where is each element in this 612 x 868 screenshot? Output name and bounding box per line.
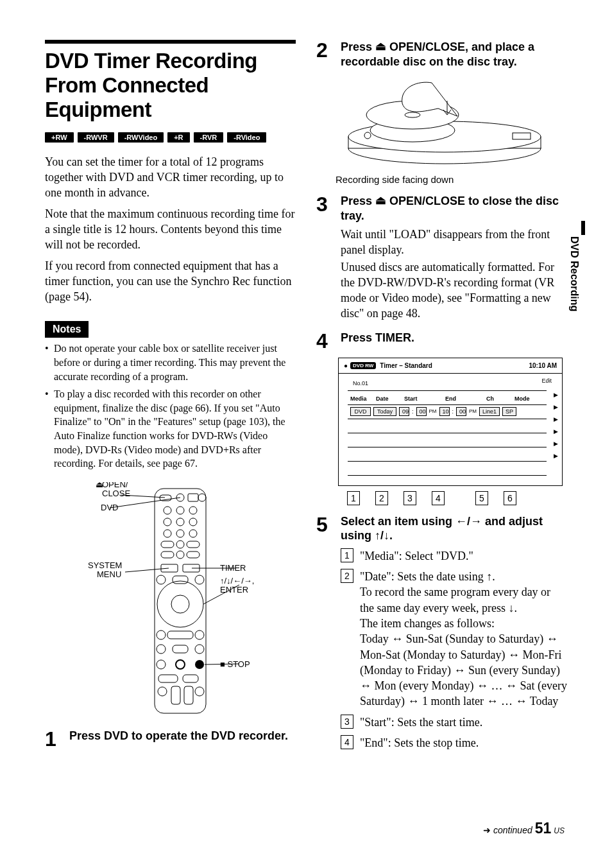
- step-number: 3: [316, 194, 341, 214]
- disc-badges: +RW -RWVR -RWVideo +R -RVR -RVideo: [45, 132, 296, 143]
- play-icon: ▶: [554, 416, 558, 422]
- continued-arrow-icon: ➜: [483, 825, 491, 835]
- note-item: •Do not operate your cable box or satell…: [45, 342, 296, 383]
- timer-no-label: No.01: [353, 380, 368, 386]
- side-tab: DVD Recording: [568, 236, 580, 311]
- callout-num: 2: [375, 491, 388, 505]
- badge: +RW: [45, 132, 74, 143]
- step5-item-2: 2 "Date": Sets the date using ↑. To reco…: [341, 569, 567, 709]
- notes-heading: Notes: [45, 321, 89, 338]
- eject-icon: ⏏: [375, 193, 386, 208]
- remote-label-dvd: DVD: [101, 503, 118, 512]
- timer-cell-start-ap: PM: [429, 408, 437, 414]
- callout-num: 3: [404, 491, 416, 505]
- page-footer: ➜ continued 51 US: [483, 820, 565, 837]
- step-text: Press: [341, 195, 375, 207]
- remote-label-stop: ■ STOP: [220, 659, 250, 669]
- item-num: 4: [341, 735, 353, 749]
- remote-label-arrows-enter: ↑/↓/←/→, ENTER: [220, 576, 257, 595]
- remote-label-timer: TIMER: [220, 563, 246, 573]
- play-icon: ▶: [554, 392, 558, 398]
- svg-point-35: [195, 660, 204, 669]
- eject-icon: ⏏: [375, 39, 386, 54]
- item-text: "Start": Sets the start time.: [360, 715, 482, 730]
- intro-para: If you record from connected equipment t…: [45, 258, 296, 305]
- intro-text: You can set the timer for a total of 12 …: [45, 154, 296, 305]
- timer-cell-end-m: 00: [456, 407, 466, 416]
- svg-text:⏏
          OPEN/
          CL: ⏏ OPEN/ CLOSE: [96, 482, 130, 498]
- timer-col: Mode: [514, 395, 536, 402]
- item-text: "Date": Sets the date using ↑. To record…: [360, 569, 567, 709]
- step-2: 2 Press ⏏ OPEN/CLOSE, and place a record…: [316, 40, 567, 69]
- step-heading: Press TIMER.: [341, 331, 567, 345]
- timer-cell-start-h: 09: [399, 407, 409, 416]
- timer-cell-date: Today: [373, 407, 396, 416]
- step-heading: Press ⏏ OPEN/CLOSE to close the disc tra…: [341, 194, 567, 223]
- page-title: DVD Timer Recording From Connected Equip…: [45, 49, 296, 122]
- step-5: 5 Select an item using ←/→ and adjust us…: [316, 514, 567, 751]
- svg-rect-55: [513, 133, 531, 139]
- page-number: 51: [535, 820, 552, 837]
- step-number: 5: [316, 514, 341, 535]
- timer-col: End: [445, 395, 486, 402]
- record-dot-icon: ●: [344, 362, 348, 369]
- step-4: 4 Press TIMER.: [316, 331, 567, 351]
- item-num: 3: [341, 715, 353, 729]
- step-subtext: Wait until "LOAD" disappears from the fr…: [341, 227, 567, 258]
- timer-col: Media: [350, 395, 376, 402]
- intro-para: You can set the timer for a total of 12 …: [45, 154, 296, 201]
- timer-cell-end-h: 10: [439, 407, 450, 416]
- step5-item-4: 4 "End": Sets the stop time.: [341, 735, 567, 751]
- step-3: 3 Press ⏏ OPEN/CLOSE to close the disc t…: [316, 194, 567, 322]
- item-num: 1: [341, 548, 353, 562]
- timer-row-arrows: ▶ ▶ ▶ ▶ ▶ ▶: [554, 392, 558, 459]
- step-subtext: Unused discs are automatically formatted…: [341, 259, 567, 322]
- remote-svg: ⏏ OPEN/ CLOSE DVD SYSTEM MENU TIMER ↑/↓/…: [78, 482, 264, 720]
- item-line: The item changes as follows:: [360, 617, 495, 630]
- callout-num: 6: [504, 491, 516, 505]
- badge: -RVR: [194, 132, 224, 143]
- callout-num: 1: [347, 491, 360, 505]
- callout-num: 5: [475, 491, 488, 505]
- region-code: US: [554, 826, 565, 835]
- title-rule: DVD Timer Recording From Connected Equip…: [45, 40, 296, 122]
- timer-data-row: DVD Today 09 : 00 PM 10 : 00 PM Line1 SP: [350, 404, 556, 419]
- dvd-rw-badge: DVD RW: [350, 362, 376, 369]
- intro-para: Note that the maximum continuous recordi…: [45, 206, 296, 253]
- badge: -RWVideo: [118, 132, 164, 143]
- callout-num: 4: [432, 491, 445, 505]
- badge: -RWVR: [78, 132, 114, 143]
- disc-tray-illustration: [336, 78, 567, 170]
- remote-label-close: CLOSE: [102, 489, 130, 498]
- remote-label-system-menu: SYSTEM MENU: [88, 560, 124, 579]
- badge: +R: [167, 132, 189, 143]
- step5-item-1: 1 "Media": Select "DVD.": [341, 548, 567, 564]
- timer-cell-mode: SP: [502, 407, 516, 416]
- play-icon: ▶: [554, 440, 558, 447]
- timer-columns-row: Media Date Start End Ch Mode: [350, 393, 556, 404]
- step-text: Press: [341, 40, 375, 53]
- timer-screen: ● DVD RW Timer – Standard 10:10 AM No.01…: [338, 358, 563, 486]
- continued-label: continued: [493, 825, 532, 835]
- timer-screen-header: ● DVD RW Timer – Standard 10:10 AM: [339, 358, 562, 374]
- remote-diagram: ⏏ OPEN/ CLOSE DVD SYSTEM MENU TIMER ↑/↓/…: [45, 482, 296, 720]
- item-text: "End": Sets the stop time.: [360, 735, 479, 751]
- timer-cell-end-ap: PM: [469, 408, 477, 414]
- play-icon: ▶: [554, 428, 558, 435]
- timer-edit-label: Edit: [541, 378, 552, 384]
- play-icon: ▶: [554, 453, 558, 459]
- disc-caption: Recording side facing down: [336, 174, 567, 185]
- step-number: 4: [316, 331, 341, 351]
- note-text: To play a disc recorded with this record…: [54, 387, 296, 471]
- note-item: •To play a disc recorded with this recor…: [45, 387, 296, 471]
- side-tab-mark: [581, 221, 585, 235]
- step-1: 1 Press DVD to operate the DVD recorder.: [45, 729, 296, 749]
- play-icon: ▶: [554, 404, 558, 410]
- timer-col: Start: [404, 395, 445, 402]
- step-heading: Select an item using ←/→ and adjust usin…: [341, 514, 567, 543]
- timer-screen-title: Timer – Standard: [380, 362, 432, 369]
- timer-col: Ch: [486, 395, 514, 402]
- timer-cell-media: DVD: [350, 407, 371, 416]
- timer-cell-ch: Line1: [479, 407, 500, 416]
- item-text: "Media": Select "DVD.": [360, 548, 473, 564]
